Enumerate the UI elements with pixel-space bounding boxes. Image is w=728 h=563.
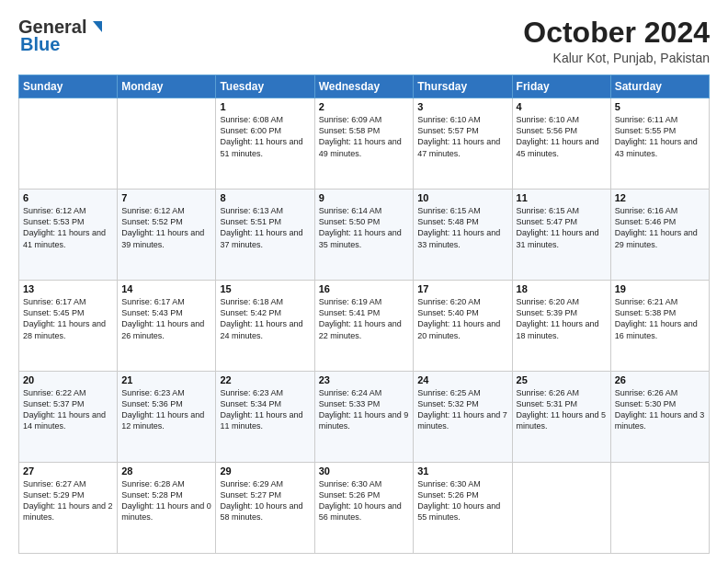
calendar-cell: 14Sunrise: 6:17 AMSunset: 5:43 PMDayligh… bbox=[118, 281, 216, 372]
day-info: Sunrise: 6:11 AMSunset: 5:55 PMDaylight:… bbox=[615, 114, 705, 159]
calendar-cell: 2Sunrise: 6:09 AMSunset: 5:58 PMDaylight… bbox=[314, 98, 414, 190]
day-info: Sunrise: 6:12 AMSunset: 5:53 PMDaylight:… bbox=[23, 205, 113, 250]
day-info: Sunrise: 6:16 AMSunset: 5:46 PMDaylight:… bbox=[615, 205, 705, 250]
day-info: Sunrise: 6:14 AMSunset: 5:50 PMDaylight:… bbox=[319, 205, 410, 250]
day-info: Sunrise: 6:12 AMSunset: 5:52 PMDaylight:… bbox=[121, 205, 211, 250]
day-info: Sunrise: 6:19 AMSunset: 5:41 PMDaylight:… bbox=[319, 296, 410, 341]
day-number: 23 bbox=[319, 374, 410, 385]
day-number: 24 bbox=[417, 374, 507, 385]
day-number: 19 bbox=[615, 283, 705, 294]
day-number: 11 bbox=[517, 192, 607, 203]
day-number: 20 bbox=[23, 374, 113, 385]
header: General Blue October 2024 Kalur Kot, Pun… bbox=[18, 17, 710, 65]
day-info: Sunrise: 6:23 AMSunset: 5:36 PMDaylight:… bbox=[121, 387, 211, 432]
day-number: 15 bbox=[220, 283, 310, 294]
month-title: October 2024 bbox=[523, 17, 710, 49]
calendar-cell: 8Sunrise: 6:13 AMSunset: 5:51 PMDaylight… bbox=[216, 190, 314, 281]
day-info: Sunrise: 6:13 AMSunset: 5:51 PMDaylight:… bbox=[220, 205, 310, 250]
day-info: Sunrise: 6:15 AMSunset: 5:48 PMDaylight:… bbox=[417, 205, 507, 250]
svg-marker-0 bbox=[93, 21, 102, 32]
calendar-cell: 10Sunrise: 6:15 AMSunset: 5:48 PMDayligh… bbox=[414, 190, 512, 281]
logo-icon bbox=[87, 19, 104, 36]
day-number: 5 bbox=[615, 101, 705, 112]
day-info: Sunrise: 6:26 AMSunset: 5:31 PMDaylight:… bbox=[517, 387, 607, 432]
day-number: 16 bbox=[319, 283, 410, 294]
calendar: SundayMondayTuesdayWednesdayThursdayFrid… bbox=[18, 75, 710, 554]
day-number: 14 bbox=[121, 283, 211, 294]
day-info: Sunrise: 6:23 AMSunset: 5:34 PMDaylight:… bbox=[220, 387, 310, 432]
calendar-cell: 30Sunrise: 6:30 AMSunset: 5:26 PMDayligh… bbox=[314, 463, 414, 554]
calendar-cell: 6Sunrise: 6:12 AMSunset: 5:53 PMDaylight… bbox=[19, 190, 118, 281]
col-friday: Friday bbox=[512, 75, 610, 98]
day-number: 9 bbox=[319, 192, 410, 203]
col-saturday: Saturday bbox=[610, 75, 709, 98]
calendar-cell bbox=[19, 98, 118, 190]
day-info: Sunrise: 6:17 AMSunset: 5:45 PMDaylight:… bbox=[23, 296, 113, 341]
col-tuesday: Tuesday bbox=[216, 75, 314, 98]
day-number: 13 bbox=[23, 283, 113, 294]
calendar-cell: 16Sunrise: 6:19 AMSunset: 5:41 PMDayligh… bbox=[314, 281, 414, 372]
day-info: Sunrise: 6:20 AMSunset: 5:40 PMDaylight:… bbox=[417, 296, 507, 341]
calendar-cell: 15Sunrise: 6:18 AMSunset: 5:42 PMDayligh… bbox=[216, 281, 314, 372]
calendar-cell: 31Sunrise: 6:30 AMSunset: 5:26 PMDayligh… bbox=[414, 463, 512, 554]
week-row-2: 6Sunrise: 6:12 AMSunset: 5:53 PMDaylight… bbox=[19, 190, 710, 281]
day-number: 12 bbox=[615, 192, 705, 203]
calendar-cell: 21Sunrise: 6:23 AMSunset: 5:36 PMDayligh… bbox=[118, 372, 216, 463]
calendar-cell: 17Sunrise: 6:20 AMSunset: 5:40 PMDayligh… bbox=[414, 281, 512, 372]
calendar-cell: 5Sunrise: 6:11 AMSunset: 5:55 PMDaylight… bbox=[610, 98, 709, 190]
day-info: Sunrise: 6:27 AMSunset: 5:29 PMDaylight:… bbox=[23, 478, 113, 523]
calendar-cell: 9Sunrise: 6:14 AMSunset: 5:50 PMDaylight… bbox=[314, 190, 414, 281]
day-info: Sunrise: 6:10 AMSunset: 5:56 PMDaylight:… bbox=[517, 114, 607, 159]
day-number: 3 bbox=[417, 101, 507, 112]
day-number: 18 bbox=[517, 283, 607, 294]
day-number: 28 bbox=[121, 465, 211, 477]
calendar-cell: 3Sunrise: 6:10 AMSunset: 5:57 PMDaylight… bbox=[414, 98, 512, 190]
header-row: SundayMondayTuesdayWednesdayThursdayFrid… bbox=[19, 75, 710, 98]
day-number: 27 bbox=[23, 465, 113, 477]
calendar-cell: 27Sunrise: 6:27 AMSunset: 5:29 PMDayligh… bbox=[19, 463, 118, 554]
calendar-cell bbox=[118, 98, 216, 190]
calendar-cell: 25Sunrise: 6:26 AMSunset: 5:31 PMDayligh… bbox=[512, 372, 610, 463]
day-info: Sunrise: 6:20 AMSunset: 5:39 PMDaylight:… bbox=[517, 296, 607, 341]
page: General Blue October 2024 Kalur Kot, Pun… bbox=[0, 0, 728, 563]
week-row-5: 27Sunrise: 6:27 AMSunset: 5:29 PMDayligh… bbox=[19, 463, 710, 554]
calendar-cell: 22Sunrise: 6:23 AMSunset: 5:34 PMDayligh… bbox=[216, 372, 314, 463]
calendar-cell bbox=[610, 463, 709, 554]
calendar-cell: 1Sunrise: 6:08 AMSunset: 6:00 PMDaylight… bbox=[216, 98, 314, 190]
day-info: Sunrise: 6:29 AMSunset: 5:27 PMDaylight:… bbox=[220, 478, 310, 523]
calendar-cell: 7Sunrise: 6:12 AMSunset: 5:52 PMDaylight… bbox=[118, 190, 216, 281]
day-number: 1 bbox=[220, 101, 310, 112]
day-info: Sunrise: 6:30 AMSunset: 5:26 PMDaylight:… bbox=[417, 478, 507, 523]
day-number: 21 bbox=[121, 374, 211, 385]
calendar-cell: 13Sunrise: 6:17 AMSunset: 5:45 PMDayligh… bbox=[19, 281, 118, 372]
day-info: Sunrise: 6:10 AMSunset: 5:57 PMDaylight:… bbox=[417, 114, 507, 159]
day-number: 29 bbox=[220, 465, 310, 477]
calendar-cell: 19Sunrise: 6:21 AMSunset: 5:38 PMDayligh… bbox=[610, 281, 709, 372]
calendar-cell: 4Sunrise: 6:10 AMSunset: 5:56 PMDaylight… bbox=[512, 98, 610, 190]
day-info: Sunrise: 6:30 AMSunset: 5:26 PMDaylight:… bbox=[319, 478, 410, 523]
day-number: 25 bbox=[517, 374, 607, 385]
day-info: Sunrise: 6:15 AMSunset: 5:47 PMDaylight:… bbox=[517, 205, 607, 250]
logo: General Blue bbox=[18, 17, 105, 55]
day-info: Sunrise: 6:25 AMSunset: 5:32 PMDaylight:… bbox=[417, 387, 507, 432]
week-row-1: 1Sunrise: 6:08 AMSunset: 6:00 PMDaylight… bbox=[19, 98, 710, 190]
day-number: 7 bbox=[121, 192, 211, 203]
calendar-cell: 29Sunrise: 6:29 AMSunset: 5:27 PMDayligh… bbox=[216, 463, 314, 554]
col-sunday: Sunday bbox=[19, 75, 118, 98]
calendar-cell: 26Sunrise: 6:26 AMSunset: 5:30 PMDayligh… bbox=[610, 372, 709, 463]
day-number: 26 bbox=[615, 374, 705, 385]
calendar-cell: 20Sunrise: 6:22 AMSunset: 5:37 PMDayligh… bbox=[19, 372, 118, 463]
logo-blue: Blue bbox=[20, 34, 60, 55]
day-info: Sunrise: 6:28 AMSunset: 5:28 PMDaylight:… bbox=[121, 478, 211, 523]
day-number: 8 bbox=[220, 192, 310, 203]
col-wednesday: Wednesday bbox=[314, 75, 414, 98]
calendar-cell: 11Sunrise: 6:15 AMSunset: 5:47 PMDayligh… bbox=[512, 190, 610, 281]
day-number: 2 bbox=[319, 101, 410, 112]
day-info: Sunrise: 6:17 AMSunset: 5:43 PMDaylight:… bbox=[121, 296, 211, 341]
day-info: Sunrise: 6:09 AMSunset: 5:58 PMDaylight:… bbox=[319, 114, 410, 159]
day-number: 30 bbox=[319, 465, 410, 477]
day-info: Sunrise: 6:18 AMSunset: 5:42 PMDaylight:… bbox=[220, 296, 310, 341]
calendar-cell: 28Sunrise: 6:28 AMSunset: 5:28 PMDayligh… bbox=[118, 463, 216, 554]
week-row-4: 20Sunrise: 6:22 AMSunset: 5:37 PMDayligh… bbox=[19, 372, 710, 463]
day-number: 4 bbox=[517, 101, 607, 112]
